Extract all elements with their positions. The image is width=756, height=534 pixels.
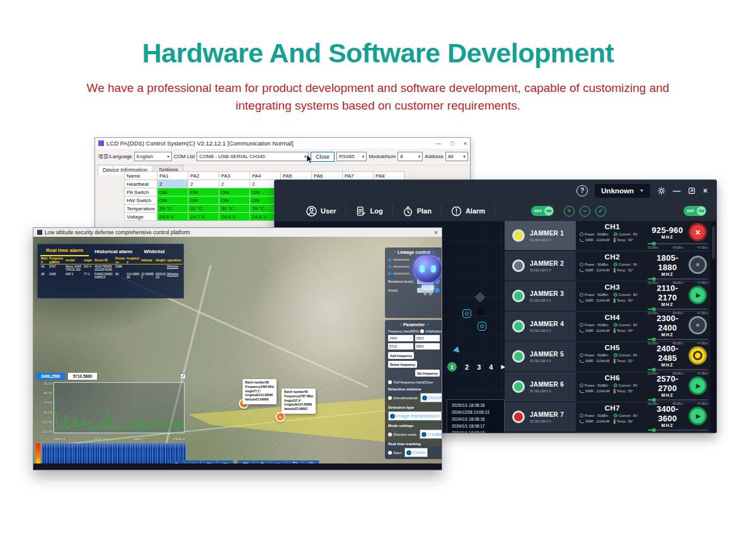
radio-option[interactable]: Omnidirectional [388, 393, 417, 402]
slider-handle[interactable] [652, 307, 656, 311]
table-cell[interactable]: 2 [188, 180, 219, 188]
channel-power-button[interactable] [689, 223, 707, 241]
page-number[interactable]: 2 [465, 363, 469, 371]
page-number[interactable]: 4 [489, 363, 493, 371]
table-cell[interactable]: ON [219, 196, 250, 205]
whitelist-button[interactable]: Whitelist [166, 264, 183, 273]
power-slider[interactable]: 50dBm 48dBm 47dBm [648, 429, 708, 433]
minimize-icon[interactable]: — [435, 140, 441, 147]
nav-tab[interactable]: Alarm [451, 205, 495, 217]
help-icon[interactable]: ? [576, 185, 588, 196]
master-toggle[interactable]: OFF ON [684, 206, 706, 216]
whitelist-button[interactable]: Whitelist [166, 272, 183, 280]
frequency-input[interactable]: 5710↕ [388, 343, 413, 349]
channel-power-button[interactable] [689, 407, 707, 425]
page-number[interactable]: 1 [447, 362, 457, 372]
gear-icon[interactable] [657, 186, 666, 195]
frequency-input[interactable]: 2500↕ [415, 335, 440, 341]
radio-option[interactable]: Direction mode [388, 429, 416, 439]
radio-option[interactable]: Image transmission [388, 411, 442, 421]
radio-option[interactable]: Locate mode [420, 429, 442, 439]
nav-tab[interactable]: Log [355, 205, 392, 217]
assistant-robot-icon[interactable] [411, 254, 442, 296]
minimize-icon[interactable]: — [673, 186, 680, 195]
check-icon[interactable]: ✓ [595, 206, 606, 217]
jammer-item[interactable]: JAMMER 7 ID:192.168.X.X [505, 402, 576, 431]
spinner-icon[interactable]: ↕ [410, 336, 412, 340]
table-cell[interactable]: ON [158, 188, 188, 196]
table-cell[interactable]: 24.6 V [219, 213, 250, 221]
slider-handle[interactable] [652, 398, 656, 402]
table-cell[interactable]: ON [188, 196, 219, 205]
band-tab[interactable]: 5710,5860 [68, 373, 98, 380]
channel-power-button[interactable] [689, 377, 707, 395]
channel-power-button[interactable] [689, 346, 707, 365]
map-canvas[interactable]: Real time alarmHistorical alarmWhitelist… [33, 237, 442, 470]
slider-handle[interactable] [652, 277, 656, 281]
language-select[interactable]: English▾ [134, 152, 172, 161]
alarm-tab[interactable]: Real time alarm [40, 246, 89, 256]
table-cell[interactable]: ON [188, 188, 219, 196]
address-select[interactable]: All▾ [445, 152, 468, 161]
checkbox-checked-icon[interactable]: ✓ [180, 373, 186, 379]
table-cell[interactable]: ON [158, 196, 188, 205]
channel-power-button[interactable] [689, 256, 707, 274]
page-number[interactable]: 3 [477, 363, 481, 371]
frequency-action-button[interactable]: Delete frequency [388, 361, 417, 368]
nav-tab[interactable]: Plan [403, 205, 442, 217]
frequency-input[interactable]: 5860↕ [415, 343, 440, 349]
jammer-item[interactable]: JAMMER 4 ID:192.168.X.X [505, 312, 576, 341]
alarm-tab[interactable]: Historical alarm [89, 247, 138, 256]
channel-power-button[interactable] [689, 286, 707, 304]
close-icon[interactable]: × [703, 186, 707, 195]
radio-option[interactable]: Directional [420, 393, 442, 402]
close-icon[interactable]: × [434, 229, 438, 236]
channel-power-button[interactable] [689, 316, 707, 334]
slider-handle[interactable] [652, 428, 656, 432]
device-selector[interactable]: Unknown▼ [595, 184, 650, 198]
close-port-button[interactable]: Close [311, 152, 335, 162]
channel-scrollbar[interactable] [711, 221, 716, 433]
jammer-item[interactable]: JAMMER 3 ID:192.168.X.X [505, 281, 576, 310]
band-tab[interactable]: 2400,2500 [36, 373, 66, 380]
slider-handle[interactable] [652, 338, 656, 341]
alarm-tab[interactable]: Whitelist [138, 247, 170, 256]
power-slider[interactable]: 50dBm 48dBm 47dBm [648, 243, 708, 249]
radio-icon[interactable] [420, 329, 424, 333]
radio-option[interactable]: Close [404, 448, 427, 457]
table-cell[interactable]: 29 °C [158, 205, 188, 213]
radio-icon[interactable] [388, 380, 392, 384]
table-cell[interactable]: 30 °C [219, 205, 250, 213]
table-cell[interactable]: 31 °C [188, 205, 219, 213]
modulenum-select[interactable]: 8▾ [398, 152, 423, 161]
table-cell[interactable]: 2 [219, 180, 250, 188]
protocol-select[interactable]: RS485▾ [336, 152, 367, 161]
frequency-action-button[interactable]: Add frequency [388, 352, 414, 359]
maximize-icon[interactable]: □ [450, 140, 454, 147]
table-cell[interactable]: 24.7 V [188, 213, 219, 221]
minus-icon[interactable]: − [580, 206, 590, 217]
frequency-action-button[interactable]: Set frequency [415, 370, 440, 377]
jammer-item[interactable]: JAMMER 6 ID:192.168.X.X [505, 372, 576, 401]
spinner-icon[interactable]: ↕ [437, 344, 439, 348]
close-icon[interactable]: × [464, 140, 467, 147]
frequency-input[interactable]: 2400↕ [388, 335, 413, 341]
slider-handle[interactable] [652, 242, 656, 246]
antenna-icon [580, 293, 583, 297]
jammer-item[interactable]: JAMMER 1 ID:192.168.X.X [505, 221, 576, 250]
slider-tick: 47dBm [697, 246, 708, 249]
slider-handle[interactable] [652, 368, 656, 372]
power-toggle[interactable]: OFF ON [531, 206, 554, 216]
com-port-select[interactable]: COM8 - USB-SERIAL CH340▾ [197, 152, 309, 161]
radio-option[interactable]: Open [388, 448, 401, 457]
jammer-item[interactable]: JAMMER 5 ID:192.168.X.X [505, 342, 576, 371]
table-cell[interactable]: 2 [158, 180, 188, 188]
spinner-icon[interactable]: ↕ [410, 344, 412, 348]
jammer-item[interactable]: JAMMER 2 ID:192.168.X.X [505, 251, 576, 280]
spinner-icon[interactable]: ↕ [437, 336, 439, 340]
nav-tab[interactable]: User [306, 205, 346, 217]
maximize-icon[interactable] [687, 186, 696, 195]
table-cell[interactable]: ON [219, 188, 250, 196]
table-cell[interactable]: 24.6 V [158, 213, 188, 221]
plus-icon[interactable]: + [564, 206, 575, 217]
